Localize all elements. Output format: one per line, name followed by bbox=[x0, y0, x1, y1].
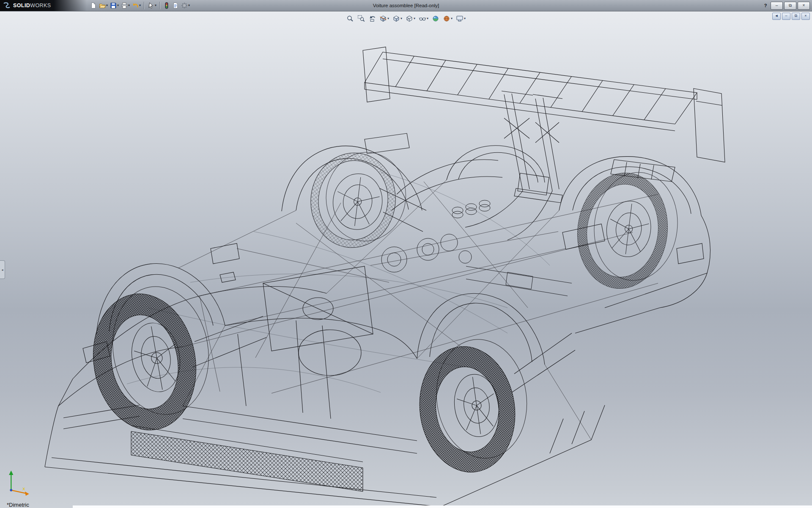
toolbar-separator bbox=[159, 2, 160, 9]
apply-scene-button[interactable]: ▾ bbox=[442, 13, 454, 25]
dropdown-arrow-icon[interactable]: ▾ bbox=[464, 17, 466, 20]
dropdown-arrow-icon[interactable]: ▾ bbox=[414, 17, 415, 20]
dropdown-arrow-icon[interactable]: ▾ bbox=[155, 4, 156, 7]
document-window-controls: ◄ – ⧉ × bbox=[772, 13, 810, 20]
previous-window-button[interactable]: ◄ bbox=[772, 13, 781, 20]
toolbar-separator bbox=[144, 2, 145, 9]
section-view-icon bbox=[379, 15, 387, 22]
zoom-to-fit-button[interactable] bbox=[345, 13, 355, 25]
status-bar-edge bbox=[73, 505, 812, 508]
save-icon bbox=[110, 2, 117, 9]
close-button[interactable]: × bbox=[798, 2, 810, 10]
car-wireframe-model[interactable] bbox=[0, 11, 812, 508]
wheel-front-right bbox=[305, 146, 411, 254]
edit-appearance-icon bbox=[432, 15, 439, 22]
options-gear-icon bbox=[181, 2, 188, 9]
undo-button[interactable]: ▾ bbox=[131, 0, 142, 11]
car-rear-wing bbox=[363, 47, 725, 240]
file-properties-button[interactable] bbox=[171, 0, 180, 11]
dropdown-arrow-icon[interactable]: ▾ bbox=[188, 4, 190, 7]
zoom-to-area-icon bbox=[357, 15, 365, 22]
dropdown-arrow-icon[interactable]: ▾ bbox=[139, 4, 141, 7]
heads-up-view-toolbar: ▾ ▾ ▾ ▾ bbox=[345, 13, 467, 25]
display-style-button[interactable]: ▾ bbox=[404, 13, 417, 25]
new-document-icon bbox=[90, 2, 97, 9]
undo-icon bbox=[132, 2, 139, 9]
dassault-3ds-icon bbox=[3, 2, 11, 9]
triad-y-arrowhead bbox=[9, 471, 13, 475]
view-orientation-icon bbox=[392, 15, 400, 22]
help-button[interactable]: ? bbox=[762, 2, 769, 9]
dropdown-arrow-icon[interactable]: ▾ bbox=[106, 4, 108, 7]
main-toolbar: ▾ ▾ ▾ ▾ ▾ bbox=[87, 0, 191, 11]
previous-view-icon bbox=[368, 15, 376, 22]
doc-close-button[interactable]: × bbox=[801, 13, 810, 20]
rebuild-button[interactable] bbox=[162, 0, 171, 11]
print-button[interactable]: ▾ bbox=[120, 0, 131, 11]
radiator-mesh bbox=[131, 425, 363, 491]
triad-x-label: x bbox=[23, 486, 25, 491]
window-controls: ? – ⧉ × bbox=[762, 2, 812, 10]
apply-scene-icon bbox=[443, 15, 450, 22]
open-icon bbox=[99, 2, 106, 9]
window-title: Voiture assomblee [Read-only] bbox=[373, 0, 439, 11]
graphics-area[interactable]: ▾ ▾ ▾ ▾ bbox=[0, 11, 812, 508]
section-view-button[interactable]: ▾ bbox=[378, 13, 390, 25]
options-button[interactable]: ▾ bbox=[180, 0, 191, 11]
file-properties-icon bbox=[172, 2, 179, 9]
wheel-front-left bbox=[82, 279, 221, 439]
view-settings-button[interactable]: ▾ bbox=[455, 13, 467, 25]
dropdown-arrow-icon[interactable]: ▾ bbox=[401, 17, 402, 20]
dropdown-arrow-icon[interactable]: ▾ bbox=[117, 4, 119, 7]
display-style-icon bbox=[406, 15, 413, 22]
orientation-triad: x bbox=[6, 468, 34, 496]
zoom-to-area-button[interactable] bbox=[356, 13, 366, 25]
doc-restore-button[interactable]: ⧉ bbox=[792, 13, 800, 20]
doc-minimize-button[interactable]: – bbox=[782, 13, 790, 20]
print-icon bbox=[121, 2, 128, 9]
view-settings-icon bbox=[456, 15, 464, 22]
solidworks-logo-text: SOLIDWORKS bbox=[13, 3, 51, 8]
previous-view-button[interactable] bbox=[367, 13, 377, 25]
open-button[interactable]: ▾ bbox=[98, 0, 109, 11]
wheel-rear-right bbox=[571, 166, 683, 295]
restore-button[interactable]: ⧉ bbox=[784, 2, 796, 10]
view-orientation-label: *Dimetric bbox=[7, 502, 29, 508]
zoom-to-fit-icon bbox=[346, 15, 354, 22]
solidworks-logo: SOLIDWORKS bbox=[0, 0, 87, 11]
dropdown-arrow-icon[interactable]: ▾ bbox=[387, 17, 389, 20]
view-orientation-button[interactable]: ▾ bbox=[391, 13, 403, 25]
rebuild-traffic-light-icon bbox=[163, 2, 170, 9]
save-button[interactable]: ▾ bbox=[109, 0, 120, 11]
titlebar: SOLIDWORKS ▾ ▾ ▾ bbox=[0, 0, 812, 11]
dropdown-arrow-icon[interactable]: ▾ bbox=[451, 17, 453, 20]
select-button[interactable]: ▾ bbox=[147, 0, 157, 11]
hide-show-items-icon bbox=[419, 15, 426, 22]
dropdown-arrow-icon[interactable]: ▾ bbox=[427, 17, 428, 20]
triad-z-axis-dot bbox=[10, 489, 12, 491]
edit-appearance-button[interactable] bbox=[431, 13, 441, 25]
triad-x-arrowhead bbox=[25, 491, 29, 496]
hide-show-items-button[interactable]: ▾ bbox=[417, 13, 430, 25]
new-document-button[interactable] bbox=[89, 0, 98, 11]
minimize-button[interactable]: – bbox=[771, 2, 783, 10]
dropdown-arrow-icon[interactable]: ▾ bbox=[128, 4, 130, 7]
featuremanager-collapse-tab[interactable]: ◂ bbox=[0, 260, 5, 279]
select-cursor-icon bbox=[148, 2, 154, 9]
